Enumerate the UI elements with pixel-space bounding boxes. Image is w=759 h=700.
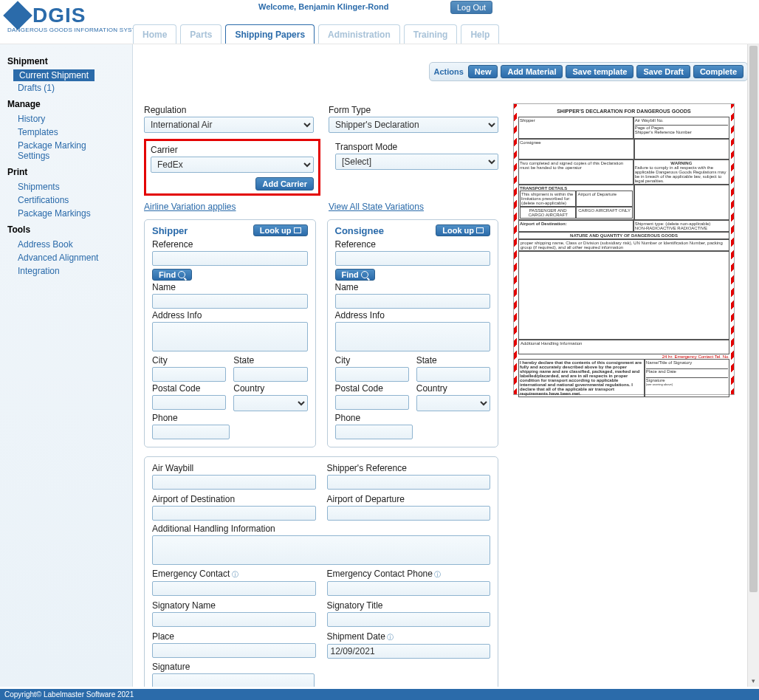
consignee-phone-input[interactable] — [335, 425, 413, 439]
preview-addl: Additional Handling Information — [518, 340, 729, 354]
consignee-country-label: Country — [416, 383, 490, 394]
emerg-phone-label: Emergency Contact Phone — [327, 569, 491, 580]
transport-mode-select[interactable]: [Select] — [335, 154, 498, 170]
shippers-ref-input[interactable] — [327, 475, 491, 490]
consignee-address-input[interactable] — [335, 322, 491, 351]
tab-home[interactable]: Home — [133, 24, 176, 44]
logo-text: DGIS — [32, 4, 86, 27]
preview-ap-dest: Airport of Destination: — [518, 220, 633, 232]
addl-handling-input[interactable] — [152, 535, 490, 565]
sidebar-item-history[interactable]: History — [7, 112, 132, 126]
shipper-phone-input[interactable] — [152, 425, 230, 439]
shipper-country-label: Country — [233, 383, 307, 394]
sig-title-input[interactable] — [327, 612, 491, 627]
shipper-city-input[interactable] — [152, 367, 226, 382]
sig-title-label: Signatory Title — [327, 600, 491, 611]
tab-administration[interactable]: Administration — [318, 24, 400, 44]
logo-subtitle: DANGEROUS GOODS INFORMATION SYSTEM — [7, 27, 145, 33]
shipper-state-input[interactable] — [233, 367, 307, 382]
shipper-country-select[interactable] — [233, 395, 307, 411]
sidebar-item-package-marking-settings[interactable]: Package Marking Settings — [7, 139, 111, 162]
transport-mode-label: Transport Mode — [335, 142, 498, 152]
search-icon — [361, 271, 368, 278]
actions-bar: Actions New Add Material Save template S… — [429, 62, 748, 81]
preview-shipref: Shipper's Reference Number — [635, 130, 728, 134]
preview-warning-t: Failure to comply in all respects with t… — [635, 165, 728, 183]
emerg-contact-label: Emergency Contact — [152, 569, 316, 580]
add-material-button[interactable]: Add Material — [501, 65, 563, 78]
signature-input[interactable] — [152, 673, 315, 687]
consignee-reference-input[interactable] — [335, 251, 491, 266]
logout-button[interactable]: Log Out — [450, 1, 492, 14]
sidebar: Shipment Current Shipment Drafts (1) Man… — [0, 44, 133, 687]
sidebar-item-address-book[interactable]: Address Book — [7, 238, 132, 251]
footer: Copyright© Labelmaster Software 2021 — [0, 689, 759, 700]
consignee-postal-input[interactable] — [335, 395, 409, 410]
form-type-select[interactable]: Shipper's Declaration — [329, 117, 498, 133]
welcome-text: Welcome, Benjamin Klinger-Rond — [258, 2, 388, 11]
sidebar-heading-shipment: Shipment — [7, 56, 132, 66]
actions-label: Actions — [433, 67, 463, 76]
preview-declare: I hereby declare that the contents of th… — [518, 359, 645, 397]
shipper-find-button[interactable]: Find — [152, 269, 192, 281]
save-template-button[interactable]: Save template — [566, 65, 633, 78]
shipper-state-label: State — [233, 355, 307, 366]
consignee-country-select[interactable] — [416, 395, 490, 411]
shipper-name-input[interactable] — [152, 294, 308, 309]
scrollbar-thumb[interactable] — [749, 46, 758, 592]
place-input[interactable] — [152, 643, 316, 658]
tab-shipping-papers[interactable]: Shipping Papers — [225, 24, 315, 44]
form-preview: SHIPPER'S DECLARATION FOR DANGEROUS GOOD… — [513, 103, 735, 395]
shipment-date-input[interactable] — [327, 644, 491, 659]
sidebar-item-drafts[interactable]: Drafts (1) — [7, 81, 132, 95]
sidebar-heading-manage: Manage — [7, 99, 132, 109]
sidebar-item-integration[interactable]: Integration — [7, 264, 132, 278]
sidebar-item-package-markings[interactable]: Package Markings — [7, 207, 132, 220]
sidebar-item-templates[interactable]: Templates — [7, 126, 132, 139]
consignee-lookup-button[interactable]: Look up — [436, 224, 490, 236]
main-content: Actions New Add Material Save template S… — [133, 44, 759, 687]
preview-cao: CARGO AIRCRAFT ONLY — [576, 207, 632, 219]
preview-nature: NATURE AND QUANTITY OF DANGEROUS GOODS — [521, 233, 727, 238]
air-waybill-input[interactable] — [152, 475, 316, 490]
emerg-phone-input[interactable] — [327, 581, 491, 596]
scrollbar[interactable]: ▾ — [747, 44, 759, 687]
airline-variation-link[interactable]: Airline Variation applies — [144, 202, 236, 212]
preview-placedate: Place and Date — [646, 369, 728, 378]
preview-awb: Air Waybill No. — [635, 118, 728, 126]
lookup-icon — [476, 227, 484, 233]
add-carrier-button[interactable]: Add Carrier — [255, 177, 314, 191]
regulation-select[interactable]: International Air — [144, 117, 314, 133]
scroll-down-icon[interactable]: ▾ — [748, 675, 759, 687]
new-button[interactable]: New — [468, 65, 498, 78]
sidebar-item-current-shipment[interactable]: Current Shipment — [13, 69, 95, 81]
preview-title: SHIPPER'S DECLARATION FOR DANGEROUS GOOD… — [518, 109, 729, 114]
shipper-lookup-button[interactable]: Look up — [253, 224, 308, 236]
shipper-reference-input[interactable] — [152, 251, 308, 266]
preview-nametitle: Name/Title of Signatory — [646, 360, 728, 369]
emerg-contact-input[interactable] — [152, 581, 316, 596]
shipper-postal-input[interactable] — [152, 395, 226, 410]
header: DGIS DANGEROUS GOODS INFORMATION SYSTEM … — [0, 0, 759, 44]
consignee-state-input[interactable] — [416, 367, 490, 382]
tab-help[interactable]: Help — [461, 24, 499, 44]
airport-dest-input[interactable] — [152, 506, 316, 521]
sig-name-input[interactable] — [152, 612, 316, 627]
consignee-reference-label: Reference — [335, 239, 491, 250]
sidebar-item-certifications[interactable]: Certifications — [7, 193, 132, 207]
complete-button[interactable]: Complete — [693, 65, 743, 78]
tab-training[interactable]: Training — [404, 24, 458, 44]
sidebar-item-shipments[interactable]: Shipments — [7, 180, 132, 193]
consignee-find-button[interactable]: Find — [335, 269, 375, 281]
consignee-city-input[interactable] — [335, 367, 409, 382]
shipper-address-input[interactable] — [152, 322, 308, 351]
consignee-name-input[interactable] — [335, 294, 491, 309]
tab-parts[interactable]: Parts — [180, 24, 221, 44]
shipper-phone-label: Phone — [152, 413, 308, 423]
state-variations-link[interactable]: View All State Variations — [329, 202, 424, 212]
shipper-city-label: City — [152, 355, 226, 366]
save-draft-button[interactable]: Save Draft — [636, 65, 690, 78]
carrier-select[interactable]: FedEx — [151, 157, 314, 173]
airport-dep-input[interactable] — [327, 506, 491, 521]
sidebar-item-advanced-alignment[interactable]: Advanced Alignment — [7, 251, 132, 264]
